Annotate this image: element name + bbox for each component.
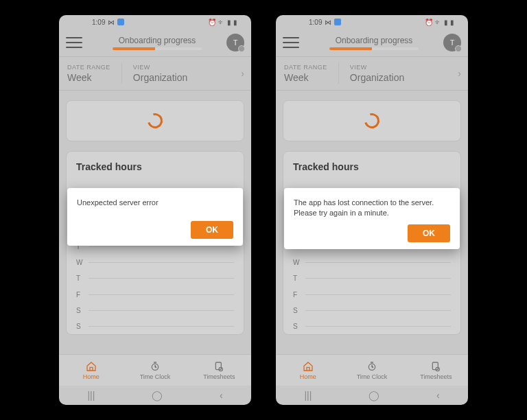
status-dnd-icon: ⋈: [108, 19, 115, 26]
dialog-message: Unexpected server error: [77, 198, 233, 215]
status-app-icon: [334, 19, 341, 25]
avatar[interactable]: T: [443, 34, 461, 51]
loading-card: [283, 100, 461, 141]
view-filter[interactable]: VIEW Organization: [350, 64, 404, 83]
android-navbar: ||| ◯ ‹: [59, 386, 251, 405]
spinner-icon: [362, 110, 382, 131]
ok-button[interactable]: OK: [408, 224, 450, 242]
menu-icon[interactable]: [283, 37, 299, 48]
tab-timesheets[interactable]: Timesheets: [187, 355, 251, 386]
status-app-icon: [117, 19, 124, 25]
timesheets-icon: [213, 361, 224, 372]
tab-timesheets[interactable]: Timesheets: [404, 355, 468, 386]
home-nav-icon[interactable]: ◯: [368, 390, 379, 401]
onboarding-progress[interactable]: Onboarding progress: [88, 36, 226, 50]
svg-rect-4: [433, 362, 438, 370]
error-dialog: Unexpected server error OK: [67, 188, 243, 246]
tracked-hours-title: Tracked hours: [76, 161, 234, 172]
phone-left: 1:09 ⋈ ⏰ ᯤ ▮ ▮ Onboarding progress T DAT…: [59, 15, 251, 405]
svg-rect-1: [216, 362, 222, 370]
recents-icon[interactable]: |||: [304, 390, 312, 401]
signal-icon: ▮: [444, 19, 448, 26]
filters-bar[interactable]: DATE RANGE Week VIEW Organization ›: [276, 56, 468, 91]
bottom-tabs: Home Time Clock Timesheets: [59, 354, 251, 386]
wifi-icon: ᯤ: [435, 19, 442, 26]
tab-timeclock[interactable]: Time Clock: [340, 355, 403, 386]
dialog-message: The app has lost connection to the serve…: [294, 198, 450, 219]
loading-card: [66, 100, 244, 141]
app-header: Onboarding progress T: [59, 29, 251, 56]
status-dnd-icon: ⋈: [325, 19, 331, 26]
android-navbar: ||| ◯ ‹: [276, 386, 468, 405]
wifi-icon: ᯤ: [218, 19, 225, 26]
status-bar: 1:09 ⋈ ⏰ ᯤ ▮ ▮: [276, 15, 468, 29]
tab-home[interactable]: Home: [59, 355, 123, 386]
date-range-filter[interactable]: DATE RANGE Week: [284, 64, 327, 83]
tracked-hours-title: Tracked hours: [293, 161, 451, 172]
chevron-right-icon: ›: [241, 68, 244, 79]
back-nav-icon[interactable]: ‹: [436, 390, 440, 401]
avatar[interactable]: T: [226, 34, 244, 51]
menu-icon[interactable]: [66, 37, 82, 48]
view-filter[interactable]: VIEW Organization: [133, 64, 187, 83]
recents-icon[interactable]: |||: [87, 390, 95, 401]
bottom-tabs: Home Time Clock Timesheets: [276, 354, 468, 386]
date-range-filter[interactable]: DATE RANGE Week: [67, 64, 110, 83]
home-icon: [86, 361, 97, 372]
battery-icon: ▮: [450, 19, 454, 26]
battery-icon: ▮: [233, 19, 237, 26]
signal-icon: ▮: [227, 19, 231, 26]
status-icons: ⏰ ᯤ ▮ ▮: [208, 19, 237, 26]
app-header: Onboarding progress T: [276, 29, 468, 56]
status-bar: 1:09 ⋈ ⏰ ᯤ ▮ ▮: [59, 15, 251, 29]
home-nav-icon[interactable]: ◯: [152, 390, 163, 401]
error-dialog: The app has lost connection to the serve…: [284, 188, 460, 249]
back-nav-icon[interactable]: ‹: [220, 390, 223, 401]
ok-button[interactable]: OK: [191, 221, 233, 239]
timesheets-icon: [430, 361, 441, 372]
home-icon: [303, 361, 314, 372]
phone-right: 1:09 ⋈ ⏰ ᯤ ▮ ▮ Onboarding progress T DAT…: [276, 15, 468, 405]
status-icons: ⏰ ᯤ ▮ ▮: [425, 19, 454, 26]
alarm-icon: ⏰: [208, 19, 216, 26]
chevron-right-icon: ›: [458, 68, 461, 79]
filters-bar[interactable]: DATE RANGE Week VIEW Organization ›: [59, 56, 251, 91]
status-time: 1:09: [92, 19, 105, 26]
alarm-icon: ⏰: [425, 19, 433, 26]
spinner-icon: [145, 110, 165, 131]
tab-timeclock[interactable]: Time Clock: [123, 355, 187, 386]
clock-icon: [366, 361, 377, 372]
onboarding-progress[interactable]: Onboarding progress: [305, 36, 443, 50]
tab-home[interactable]: Home: [276, 355, 340, 386]
clock-icon: [150, 361, 161, 372]
status-time: 1:09: [309, 19, 322, 26]
